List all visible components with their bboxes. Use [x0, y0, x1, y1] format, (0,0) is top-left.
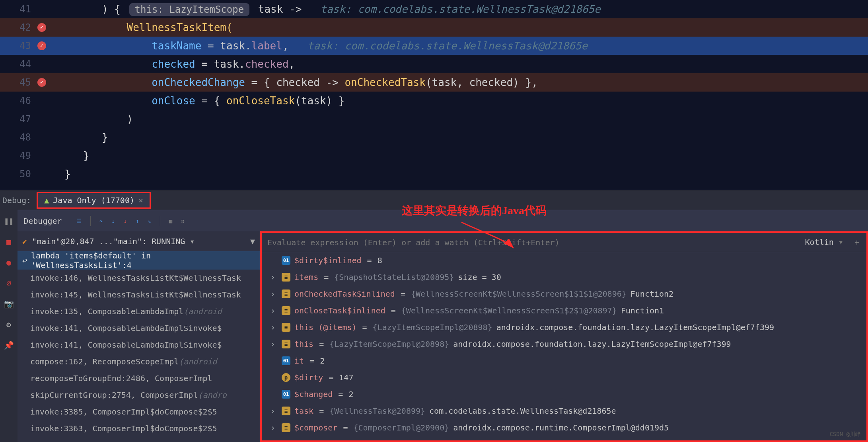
expand-icon[interactable]: › [271, 339, 278, 349]
variable-value: 2 [320, 356, 325, 366]
variable-name: this (@items) [294, 323, 357, 332]
variable-row[interactable]: 01it=2 [262, 352, 866, 369]
expand-icon[interactable]: › [271, 289, 278, 299]
line-number: 42 [0, 20, 36, 36]
pause-icon[interactable]: ❚❚ [4, 216, 14, 226]
stack-frame[interactable]: invoke:135, ComposableLambdaImpl (androi… [18, 303, 260, 320]
android-icon: ▲ [44, 196, 49, 205]
step-into-icon[interactable]: ↓ [111, 218, 115, 224]
stack-frame[interactable]: recomposeToGroupEnd:2486, ComposerImpl [18, 370, 260, 387]
stack-frame[interactable]: compose:162, RecomposeScopeImpl (android [18, 353, 260, 370]
close-icon[interactable]: × [138, 196, 143, 205]
step-over-icon[interactable]: ↷ [99, 218, 103, 224]
view-breakpoints-icon[interactable]: ● [6, 258, 11, 267]
stack-frame[interactable]: invoke:3385, ComposerImpl$doCompose$2$5 [18, 403, 260, 420]
variable-name: it [294, 356, 304, 366]
int-icon: 01 [282, 390, 290, 399]
variable-name: $dirty [294, 373, 323, 382]
code-line: 49 } [0, 147, 868, 165]
stack-frame[interactable]: invoke:141, ComposableLambdaImpl$invoke$ [18, 336, 260, 353]
variable-row[interactable]: ›≡items={SnapshotStateList@20895} size =… [262, 269, 866, 286]
eval-language[interactable]: Kotlin [805, 237, 834, 247]
eval-placeholder: Evaluate expression (Enter) or add a wat… [267, 238, 560, 247]
expand-icon[interactable]: › [271, 323, 278, 332]
breakpoint-gutter[interactable] [36, 23, 48, 32]
expand-icon[interactable]: › [271, 406, 278, 416]
expand-icon[interactable]: › [271, 272, 278, 282]
trace-icon[interactable]: ≋ [181, 218, 184, 224]
variable-row[interactable]: ›≡onCloseTask$inlined={WellnessScreenKt$… [262, 302, 866, 319]
run-to-cursor-icon[interactable]: ↘ [148, 218, 151, 224]
variable-row[interactable]: ›≡onCheckedTask$inlined={WellnessScreenK… [262, 286, 866, 302]
add-icon[interactable]: ＋ [853, 237, 861, 247]
debugger-tab-button[interactable]: Debugger [18, 214, 67, 228]
object-icon: ≡ [282, 340, 290, 348]
stack-frame[interactable]: invoke:146, WellnessTasksListKt$Wellness… [18, 270, 260, 286]
variable-row[interactable]: 01$dirty$inlined=8 [262, 252, 866, 269]
variable-name: $composer [294, 423, 337, 432]
pin-icon[interactable]: 📌 [4, 340, 14, 350]
camera-icon[interactable]: 📷 [4, 299, 14, 309]
code-line-current: 43 taskName = task.label, task: com.code… [0, 37, 868, 55]
variable-row[interactable]: ›≡task={WellnessTask@20899} com.codelabs… [262, 403, 866, 419]
variable-value: 2 [348, 389, 353, 399]
stack-frame[interactable]: invoke:145, WellnessTasksListKt$Wellness… [18, 286, 260, 303]
variable-name: $changed [294, 389, 333, 399]
object-icon: ≡ [282, 323, 290, 332]
watermark: CSDN @川峰 [829, 431, 861, 438]
variable-name: task [294, 406, 313, 416]
stack-frame[interactable]: invoke:3363, ComposerImpl$doCompose$2$5 [18, 420, 260, 437]
variable-name: this [294, 339, 313, 349]
variable-value: Function1 [621, 306, 664, 315]
object-icon: ≡ [282, 423, 290, 432]
code-line: 44 checked = task.checked, [0, 55, 868, 73]
force-step-into-icon[interactable]: ↓ [123, 218, 127, 224]
evaluate-icon[interactable]: ▦ [169, 218, 172, 224]
thread-selector[interactable]: ✔ "main"@20,847 ..."main": RUNNING ▾ ▼ [18, 231, 260, 251]
variable-value: Function2 [631, 289, 673, 299]
code-line: 47 ) [0, 110, 868, 128]
debug-session-tab[interactable]: ▲ Java Only (17700) × [37, 192, 151, 209]
step-out-icon[interactable]: ↑ [136, 218, 139, 224]
stack-frame[interactable]: invoke:141, ComposableLambdaImpl$invoke$ [18, 320, 260, 336]
current-frame[interactable]: ↩ lambda 'items$default' in 'WellnessTas… [18, 251, 260, 270]
stack-frame[interactable]: skipCurrentGroup:2754, ComposerImpl (and… [18, 387, 260, 403]
stop-icon[interactable]: ■ [6, 237, 11, 246]
breakpoint-gutter[interactable] [36, 41, 48, 50]
threads-icon[interactable]: ☰ [76, 218, 82, 224]
settings-icon[interactable]: ⚙ [6, 320, 11, 329]
expand-icon[interactable]: › [271, 306, 278, 315]
inlay-hint: this: LazyItemScope [129, 3, 250, 16]
variables-pane: Evaluate expression (Enter) or add a wat… [260, 231, 868, 442]
variable-row[interactable]: ›≡$composer={ComposerImpl@20900} android… [262, 419, 866, 436]
object-icon: ≡ [282, 289, 290, 298]
debug-panel-tabbar: Debug: ▲ Java Only (17700) × [0, 190, 868, 210]
variable-row[interactable]: 01$changed=2 [262, 386, 866, 403]
breakpoint-icon[interactable] [37, 41, 46, 50]
variable-name: onCheckedTask$inlined [294, 289, 395, 299]
variable-row[interactable]: ›≡this (@items)={LazyItemScopeImpl@20898… [262, 319, 866, 336]
variable-row[interactable]: ›≡this={LazyItemScopeImpl@20898} android… [262, 336, 866, 352]
breakpoint-icon[interactable] [37, 78, 46, 87]
int-icon: 01 [282, 356, 290, 365]
dropdown-icon[interactable]: ▾ [839, 237, 843, 247]
filter-icon[interactable]: ▾ [190, 237, 195, 246]
debugger-toolbar: ▶ Debugger ☰ ↷ ↓ ↓ ↑ ↘ ▦ ≋ [0, 210, 868, 231]
code-text: ) { this: LazyItemScope task -> task: co… [60, 0, 601, 18]
variable-name: items [294, 272, 318, 282]
breakpoint-icon[interactable] [37, 23, 46, 32]
dropdown-icon[interactable]: ▼ [250, 237, 255, 246]
code-editor[interactable]: 41 ) { this: LazyItemScope task -> task:… [0, 0, 868, 190]
param-icon: p [282, 373, 290, 382]
object-icon: ≡ [282, 306, 290, 315]
variable-value: 8 [378, 256, 382, 265]
evaluate-expression-input[interactable]: Evaluate expression (Enter) or add a wat… [262, 233, 866, 252]
mute-breakpoints-icon[interactable]: ⌀ [6, 278, 11, 288]
line-number: 41 [0, 1, 36, 18]
variable-value: size = 30 [458, 272, 501, 282]
expand-icon[interactable]: › [271, 423, 278, 432]
line-number: 43 [0, 38, 36, 54]
variable-row[interactable]: p$dirty=147 [262, 369, 866, 386]
debug-side-controls: ❚❚ ■ ● ⌀ 📷 ⚙ 📌 [0, 210, 18, 442]
variable-value: androidx.compose.foundation.lazy.LazyIte… [453, 339, 731, 349]
